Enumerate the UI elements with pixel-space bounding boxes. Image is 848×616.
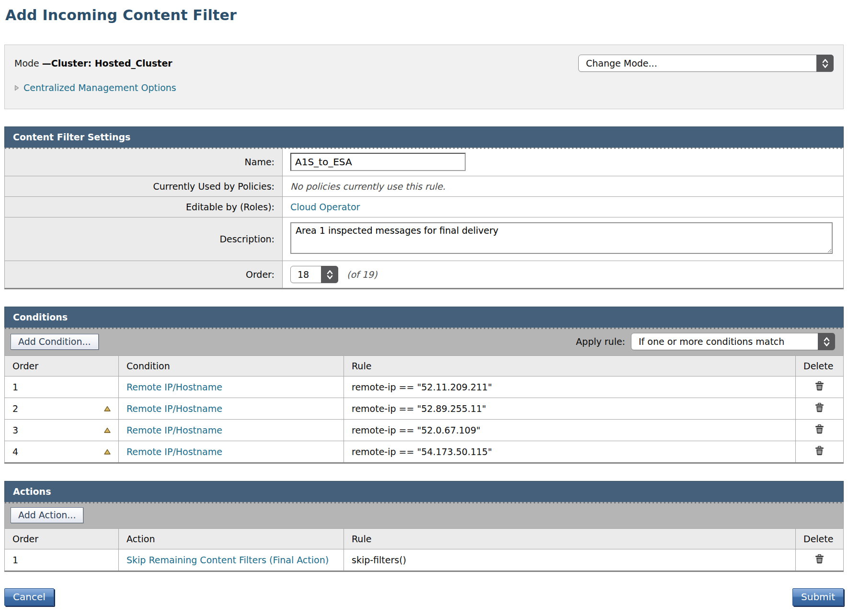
- centralized-management-options-link[interactable]: Centralized Management Options: [23, 82, 176, 93]
- name-label: Name:: [5, 148, 283, 176]
- description-field[interactable]: Area 1 inspected messages for final deli…: [290, 222, 833, 254]
- disclosure-triangle-icon[interactable]: [14, 85, 19, 91]
- actions-toolbar: Add Action...: [4, 502, 844, 528]
- apply-rule-label: Apply rule:: [576, 336, 625, 347]
- conditions-table: Order Condition Rule Delete 1 Remote IP/…: [4, 355, 844, 464]
- table-row: 1 Skip Remaining Content Filters (Final …: [5, 549, 844, 571]
- trash-icon[interactable]: [815, 403, 824, 412]
- table-row: Order: 18 (of 19): [5, 261, 844, 289]
- action-rule: skip-filters(): [344, 549, 796, 571]
- condition-rule: remote-ip == "54.173.50.115": [344, 441, 796, 463]
- roles-label: Editable by (Roles):: [5, 197, 283, 217]
- move-up-icon[interactable]: [104, 449, 111, 455]
- condition-order: 4: [12, 446, 18, 457]
- condition-link[interactable]: Remote IP/Hostname: [126, 382, 222, 392]
- policies-value: No policies currently use this rule.: [290, 181, 446, 192]
- conditions-header: Conditions: [4, 307, 844, 328]
- actions-table: Order Action Rule Delete 1 Skip Remainin…: [4, 528, 844, 572]
- cancel-button[interactable]: Cancel: [4, 588, 54, 606]
- column-order: Order: [5, 356, 119, 376]
- table-header-row: Order Action Rule Delete: [5, 529, 844, 549]
- column-rule: Rule: [344, 529, 796, 549]
- actions-section: Actions Add Action... Order Action Rule …: [4, 481, 844, 572]
- action-link[interactable]: Skip Remaining Content Filters (Final Ac…: [126, 555, 329, 565]
- mode-value: —Cluster: Hosted_Cluster: [42, 58, 172, 68]
- table-row: 2 Remote IP/Hostname remote-ip == "52.89…: [5, 398, 844, 420]
- add-incoming-content-filter-page: Add Incoming Content Filter Mode —Cluste…: [0, 0, 848, 606]
- condition-link[interactable]: Remote IP/Hostname: [126, 425, 222, 435]
- actions-header: Actions: [4, 481, 844, 502]
- trash-icon[interactable]: [815, 446, 824, 456]
- conditions-section: Conditions Add Condition... Apply rule: …: [4, 307, 844, 464]
- condition-order: 2: [12, 403, 18, 414]
- condition-order: 3: [12, 425, 18, 435]
- mode-label: Mode: [14, 58, 39, 68]
- cloud-operator-link[interactable]: Cloud Operator: [290, 202, 360, 212]
- table-row: 4 Remote IP/Hostname remote-ip == "54.17…: [5, 441, 844, 463]
- column-order: Order: [5, 529, 119, 549]
- table-row: 3 Remote IP/Hostname remote-ip == "52.0.…: [5, 420, 844, 441]
- mode-text: Mode —Cluster: Hosted_Cluster: [14, 58, 172, 68]
- action-order: 1: [12, 555, 18, 565]
- trash-icon[interactable]: [815, 381, 824, 391]
- column-condition: Condition: [119, 356, 344, 376]
- trash-icon[interactable]: [815, 554, 824, 564]
- name-field[interactable]: [290, 153, 466, 171]
- mode-panel: Mode —Cluster: Hosted_Cluster Change Mod…: [4, 45, 844, 109]
- condition-order: 1: [12, 382, 18, 392]
- order-label: Order:: [5, 261, 283, 289]
- footer-actions: Cancel Submit: [4, 588, 844, 606]
- condition-rule: remote-ip == "52.0.67.109": [344, 420, 796, 441]
- content-filter-settings-section: Content Filter Settings Name: Currently …: [4, 126, 844, 289]
- move-up-icon[interactable]: [104, 406, 111, 411]
- table-row: Name:: [5, 148, 844, 176]
- conditions-toolbar: Add Condition... Apply rule: If one or m…: [4, 328, 844, 355]
- add-action-button[interactable]: Add Action...: [11, 507, 83, 523]
- change-mode-select-value: Change Mode...: [586, 58, 657, 68]
- submit-button[interactable]: Submit: [792, 588, 844, 606]
- order-select[interactable]: 18: [290, 266, 338, 283]
- select-stepper-icon: [818, 333, 835, 350]
- select-stepper-icon: [816, 55, 834, 72]
- condition-rule: remote-ip == "52.89.255.11": [344, 398, 796, 420]
- table-row: 1 Remote IP/Hostname remote-ip == "52.11…: [5, 376, 844, 398]
- page-title: Add Incoming Content Filter: [5, 7, 844, 23]
- table-row: Currently Used by Policies: No policies …: [5, 176, 844, 197]
- table-row: Editable by (Roles): Cloud Operator: [5, 197, 844, 217]
- condition-link[interactable]: Remote IP/Hostname: [126, 446, 222, 457]
- select-stepper-icon: [321, 266, 338, 283]
- order-total: (of 19): [347, 269, 377, 280]
- apply-rule-select[interactable]: If one or more conditions match: [631, 333, 835, 350]
- table-row: Description: Area 1 inspected messages f…: [5, 217, 844, 261]
- column-action: Action: [119, 529, 344, 549]
- content-filter-settings-table: Name: Currently Used by Policies: No pol…: [4, 148, 844, 289]
- move-up-icon[interactable]: [104, 427, 111, 433]
- content-filter-settings-header: Content Filter Settings: [4, 126, 844, 148]
- column-delete: Delete: [796, 529, 844, 549]
- condition-link[interactable]: Remote IP/Hostname: [126, 403, 222, 414]
- description-label: Description:: [5, 217, 283, 261]
- policies-label: Currently Used by Policies:: [5, 176, 283, 197]
- column-rule: Rule: [344, 356, 796, 376]
- order-select-value: 18: [298, 269, 309, 280]
- condition-rule: remote-ip == "52.11.209.211": [344, 376, 796, 398]
- apply-rule-select-value: If one or more conditions match: [639, 336, 784, 347]
- trash-icon[interactable]: [815, 424, 824, 434]
- add-condition-button[interactable]: Add Condition...: [11, 334, 99, 350]
- table-header-row: Order Condition Rule Delete: [5, 356, 844, 376]
- column-delete: Delete: [796, 356, 844, 376]
- change-mode-select[interactable]: Change Mode...: [578, 55, 834, 72]
